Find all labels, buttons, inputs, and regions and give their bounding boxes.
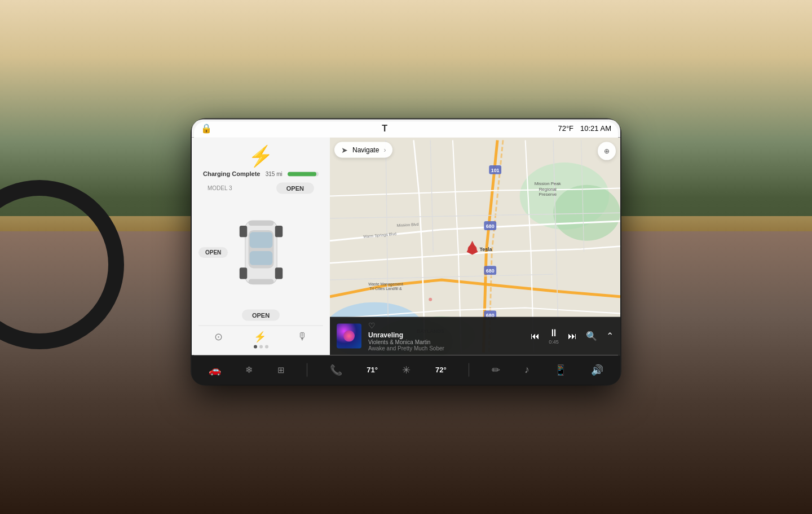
car-icon: 🚗: [209, 363, 221, 376]
dot-3: [265, 345, 268, 348]
svg-text:680: 680: [486, 268, 495, 274]
svg-text:101: 101: [491, 167, 500, 173]
pen-icon: ✏: [492, 363, 500, 376]
battery-miles: 315 mi: [266, 171, 283, 177]
charging-icon[interactable]: ⚡: [254, 330, 266, 342]
bolt-icon: ⚡: [248, 144, 273, 168]
svg-point-26: [468, 244, 477, 253]
driver-temp-display: 71°: [367, 366, 378, 374]
toolbar-passenger-temp[interactable]: 72°: [433, 366, 449, 374]
svg-text:Tri Cities Landfill &: Tri Cities Landfill &: [369, 286, 402, 290]
phone-mirror-icon: 📱: [554, 363, 567, 376]
model-header: MODEL 3 OPEN: [198, 182, 323, 196]
tesla-logo: T: [382, 123, 388, 133]
status-bar-right: 72°F 10:21 AM: [558, 124, 611, 133]
toolbar-divider-1: [307, 363, 307, 376]
charging-section: ⚡ Charging Complete 315 mi: [198, 144, 323, 178]
music-duration: 0:45: [549, 339, 559, 345]
open-trunk-button[interactable]: OPEN: [276, 182, 314, 194]
microphone-icon[interactable]: 🎙: [297, 330, 307, 342]
svg-rect-3: [249, 251, 272, 265]
svg-rect-7: [275, 268, 283, 279]
album-art: [337, 323, 361, 348]
status-bar: 🔒 T 72°F 10:21 AM: [194, 121, 618, 137]
grid-icon: ⊞: [277, 364, 285, 375]
toolbar-mirror[interactable]: 📱: [552, 363, 569, 376]
svg-text:Tesla: Tesla: [479, 246, 492, 252]
music-player: ♡ Unraveling Violents & Monica Martin Aw…: [330, 317, 618, 355]
pause-button[interactable]: ⏸: [549, 327, 559, 339]
phone-icon: 📞: [330, 363, 342, 376]
dot-2: [259, 345, 263, 348]
music-icon: ♪: [524, 364, 529, 376]
climate-icon: ❄: [245, 364, 253, 375]
next-track-button[interactable]: ⏭: [568, 331, 577, 341]
svg-text:Mission Peak: Mission Peak: [535, 181, 561, 186]
open-frunk-button[interactable]: OPEN: [242, 309, 280, 320]
toolbar-fan[interactable]: ✳: [400, 363, 413, 376]
touchscreen-container: 🔒 T 72°F 10:21 AM ⚡: [192, 119, 620, 384]
map-compass-button[interactable]: ⊕: [598, 142, 616, 160]
search-music-button[interactable]: 🔍: [586, 331, 597, 341]
svg-rect-8: [248, 221, 273, 226]
time-display: 10:21 AM: [580, 124, 611, 133]
status-bar-left: 🔒: [201, 123, 212, 134]
album-art-inner: [343, 330, 355, 341]
temperature-display: 72°F: [558, 124, 573, 133]
charging-status-label: Charging Complete: [203, 170, 260, 177]
toolbar-car[interactable]: 🚗: [206, 363, 223, 376]
svg-rect-2: [249, 232, 272, 248]
song-album: Awake and Pretty Much Sober: [368, 345, 444, 351]
open-door-button[interactable]: OPEN: [198, 247, 228, 258]
bottom-toolbar: 🚗 ❄ ⊞ 📞 71° ✳ 72°: [194, 355, 618, 382]
battery-bar: [288, 172, 319, 176]
music-info-section: ♡ Unraveling Violents & Monica Martin Aw…: [368, 320, 444, 351]
svg-text:680: 680: [486, 223, 495, 229]
previous-track-button[interactable]: ⏮: [531, 331, 540, 341]
map-panel: 101 680 680 680 Tesla: [330, 137, 618, 355]
navigate-chevron-icon: ›: [383, 146, 386, 153]
song-title: Unraveling: [368, 331, 444, 339]
music-controls: ⏮ ⏸ 0:45 ⏭ 🔍 ⌃: [531, 327, 614, 345]
toolbar-volume[interactable]: 🔊: [589, 363, 606, 376]
svg-text:Regional: Regional: [539, 186, 557, 191]
svg-rect-6: [239, 268, 247, 279]
svg-text:Preserve: Preserve: [539, 192, 557, 197]
car-top-view: [236, 208, 286, 297]
svg-rect-5: [275, 226, 283, 237]
left-panel-icons: ⊙ ⚡ 🎙: [198, 325, 323, 342]
settings-icon[interactable]: ⊙: [214, 330, 223, 342]
toolbar-driver-temp[interactable]: 71°: [364, 366, 380, 374]
like-icon[interactable]: ♡: [368, 320, 444, 330]
dashboard-background: 🔒 T 72°F 10:21 AM ⚡: [0, 0, 812, 514]
touchscreen: 🔒 T 72°F 10:21 AM ⚡: [194, 121, 618, 382]
model-label: MODEL 3: [208, 184, 232, 191]
toolbar-divider-2: [469, 363, 469, 376]
compass-icon: ⊕: [604, 147, 610, 155]
navigate-label: Navigate: [352, 146, 379, 153]
toolbar-music[interactable]: ♪: [522, 364, 532, 376]
lock-icon: 🔒: [201, 123, 212, 134]
svg-point-36: [429, 297, 432, 301]
fan-icon: ✳: [402, 363, 411, 376]
svg-rect-4: [239, 226, 247, 237]
expand-player-button[interactable]: ⌃: [606, 331, 614, 341]
toolbar-climate[interactable]: ❄: [243, 364, 255, 375]
navigate-arrow-icon: ➤: [341, 145, 348, 154]
main-content: ⚡ Charging Complete 315 mi MODEL 3 OPEN: [194, 137, 618, 355]
svg-text:Waste Management: Waste Management: [368, 282, 403, 286]
page-dots: [198, 345, 323, 348]
toolbar-grid[interactable]: ⊞: [275, 364, 287, 375]
toolbar-phone[interactable]: 📞: [328, 363, 345, 376]
left-vehicle-panel: ⚡ Charging Complete 315 mi MODEL 3 OPEN: [194, 137, 330, 355]
car-image-container: OPEN: [198, 198, 323, 307]
navigate-bar[interactable]: ➤ Navigate ›: [334, 142, 392, 157]
song-artist: Violents & Monica Martin: [368, 339, 444, 345]
passenger-temp-display: 72°: [435, 366, 447, 374]
status-bar-center: T: [382, 123, 388, 133]
toolbar-pen[interactable]: ✏: [489, 363, 502, 376]
svg-rect-9: [248, 279, 273, 284]
battery-fill: [288, 172, 316, 176]
play-pause-section: ⏸ 0:45: [549, 327, 559, 345]
charging-row: Charging Complete 315 mi: [198, 170, 323, 178]
